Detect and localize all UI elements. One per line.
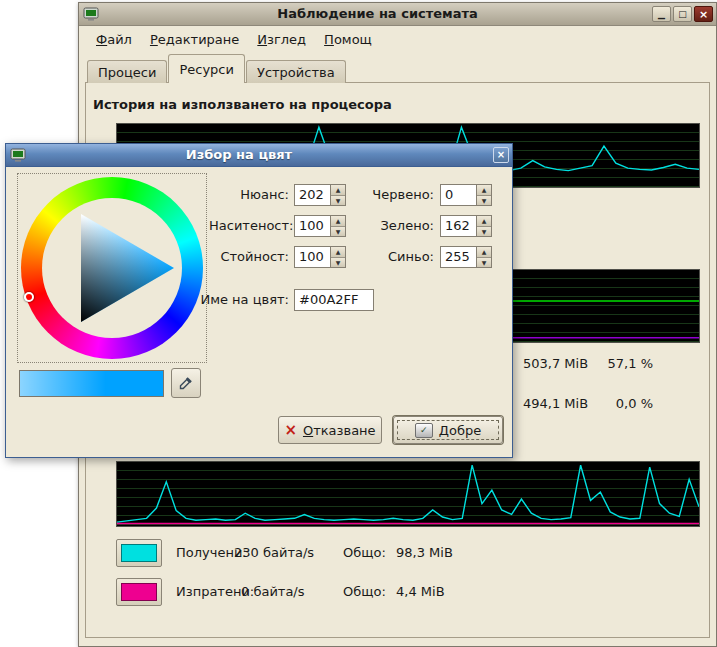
- close-icon[interactable]: ×: [694, 6, 713, 22]
- saturation-label: Наситеност:: [209, 215, 289, 237]
- spin-down-icon[interactable]: ▼: [477, 258, 491, 268]
- menu-help[interactable]: Помощ: [315, 29, 381, 50]
- ok-icon: ✓: [415, 423, 433, 438]
- tab-resources[interactable]: Ресурси: [168, 54, 245, 83]
- tab-devices[interactable]: Устройства: [246, 60, 346, 83]
- hue-spinbox[interactable]: 202 ▲▼: [294, 184, 346, 206]
- spin-down-icon[interactable]: ▼: [477, 196, 491, 206]
- green-spinbox[interactable]: 162 ▲▼: [440, 215, 492, 237]
- menu-file[interactable]: Файл: [87, 29, 141, 50]
- menu-edit[interactable]: Редактиране: [141, 29, 248, 50]
- blue-label: Синьо:: [356, 246, 434, 268]
- menubar: Файл Редактиране Изглед Помощ: [87, 29, 381, 50]
- spin-up-icon[interactable]: ▲: [331, 247, 345, 258]
- spin-down-icon[interactable]: ▼: [477, 227, 491, 237]
- red-value[interactable]: 0: [441, 185, 476, 205]
- color-name-input[interactable]: #00A2FF: [294, 289, 374, 311]
- main-titlebar[interactable]: Наблюдение на системата ▁ □ ×: [79, 3, 716, 26]
- value-spinbox[interactable]: 100 ▲▼: [294, 246, 346, 268]
- spin-up-icon[interactable]: ▲: [477, 185, 491, 196]
- saturation-value[interactable]: 100: [295, 216, 330, 236]
- tab-bar: Процеси Ресурси Устройства: [87, 54, 347, 83]
- window-controls: ▁ □ ×: [652, 6, 713, 22]
- cancel-label: Отказване: [303, 423, 376, 438]
- color-preview: [19, 370, 164, 397]
- spin-down-icon[interactable]: ▼: [331, 196, 345, 206]
- desktop: Наблюдение на системата ▁ □ × Файл Редак…: [0, 0, 717, 647]
- color-picker-dialog: Избор на цвят ×: [5, 143, 513, 458]
- dialog-icon: [10, 147, 26, 163]
- value-value[interactable]: 100: [295, 247, 330, 267]
- sv-triangle[interactable]: [42, 198, 182, 338]
- spin-up-icon[interactable]: ▲: [331, 185, 345, 196]
- saturation-spinbox[interactable]: 100 ▲▼: [294, 215, 346, 237]
- value-label: Стойност:: [209, 246, 289, 268]
- maximize-icon[interactable]: □: [673, 6, 692, 22]
- blue-spinbox[interactable]: 255 ▲▼: [440, 246, 492, 268]
- spin-up-icon[interactable]: ▲: [331, 216, 345, 227]
- cancel-icon: ×: [284, 423, 297, 438]
- main-window-title: Наблюдение на системата: [103, 3, 652, 25]
- green-label: Зелено:: [356, 215, 434, 237]
- color-preview-highlight: [20, 371, 163, 396]
- red-spinbox[interactable]: 0 ▲▼: [440, 184, 492, 206]
- eyedropper-button[interactable]: [171, 368, 201, 398]
- spin-up-icon[interactable]: ▲: [477, 247, 491, 258]
- system-monitor-icon: [83, 6, 99, 22]
- minimize-icon[interactable]: ▁: [652, 6, 671, 22]
- ok-button[interactable]: ✓ Добре: [393, 416, 503, 444]
- menu-view[interactable]: Изглед: [248, 29, 315, 50]
- cancel-button[interactable]: × Отказване: [278, 416, 382, 444]
- spin-down-icon[interactable]: ▼: [331, 258, 345, 268]
- spin-down-icon[interactable]: ▼: [331, 227, 345, 237]
- color-wheel[interactable]: [17, 173, 207, 363]
- dialog-title: Избор на цвят: [30, 144, 448, 166]
- tab-processes[interactable]: Процеси: [87, 60, 167, 83]
- hue-label: Нюанс:: [209, 184, 289, 206]
- color-name-label: Име на цвят:: [189, 289, 289, 311]
- ok-label: Добре: [439, 423, 481, 438]
- dialog-titlebar[interactable]: Избор на цвят ×: [6, 144, 512, 167]
- blue-value[interactable]: 255: [441, 247, 476, 267]
- hue-value[interactable]: 202: [295, 185, 330, 205]
- red-label: Червено:: [356, 184, 434, 206]
- eyedropper-icon: [178, 375, 194, 391]
- spin-up-icon[interactable]: ▲: [477, 216, 491, 227]
- wheel-selector[interactable]: [24, 292, 34, 302]
- green-value[interactable]: 162: [441, 216, 476, 236]
- dialog-close-icon[interactable]: ×: [493, 147, 509, 163]
